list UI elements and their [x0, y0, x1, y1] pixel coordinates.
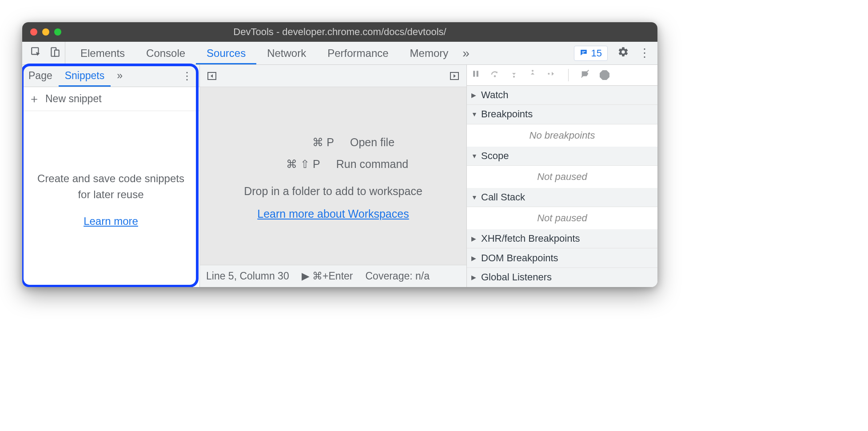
navigator-options-icon[interactable]: ⋮ [175, 70, 199, 82]
chat-icon [580, 48, 588, 59]
tab-console[interactable]: Console [135, 42, 196, 64]
breakpoints-body: No breakpoints [467, 124, 657, 147]
close-window-button[interactable] [30, 28, 37, 36]
issues-count: 15 [591, 48, 602, 59]
section-xhr-breakpoints[interactable]: ▶ XHR/fetch Breakpoints [467, 229, 657, 248]
svg-point-10 [513, 76, 515, 78]
window-controls [22, 28, 61, 36]
settings-icon[interactable] [617, 46, 629, 60]
editor-status-bar: Line 5, Column 30 ▶ ⌘+Enter Coverage: n/… [200, 265, 466, 287]
step-out-icon[interactable] [528, 69, 537, 81]
section-label: Global Listeners [481, 271, 552, 283]
issues-badge[interactable]: 15 [574, 46, 608, 61]
deactivate-breakpoints-icon[interactable] [580, 69, 590, 81]
zoom-window-button[interactable] [54, 28, 61, 36]
new-snippet-label: New snippet [45, 93, 102, 105]
svg-rect-2 [55, 50, 59, 56]
shortcut-action: Run command [336, 158, 409, 171]
svg-rect-4 [582, 52, 584, 53]
editor-empty-state: ⌘ P Open file ⌘ ⇧ P Run command Drop in … [200, 87, 466, 265]
step-icon[interactable] [547, 69, 557, 81]
debugger-pane: ▶ Watch ▼ Breakpoints No breakpoints ▼ S… [466, 65, 657, 287]
section-label: DOM Breakpoints [481, 252, 558, 264]
hide-navigator-icon[interactable] [206, 70, 218, 82]
navigator-tab-page[interactable]: Page [22, 65, 59, 87]
triangle-right-icon: ▶ [471, 274, 478, 281]
workspace-drop-hint: Drop in a folder to add to workspace [244, 185, 422, 198]
tab-sources[interactable]: Sources [196, 42, 256, 64]
workspaces-learn-more-link[interactable]: Learn more about Workspaces [257, 208, 409, 220]
debugger-toolbar [467, 65, 657, 86]
step-over-icon[interactable] [490, 69, 500, 81]
window-title: DevTools - developer.chrome.com/docs/dev… [22, 26, 657, 38]
devtools-window: DevTools - developer.chrome.com/docs/dev… [22, 22, 657, 287]
section-breakpoints[interactable]: ▼ Breakpoints [467, 105, 657, 124]
svg-rect-3 [582, 51, 585, 52]
section-call-stack[interactable]: ▼ Call Stack [467, 188, 657, 207]
triangle-right-icon: ▶ [471, 235, 478, 242]
step-into-icon[interactable] [510, 69, 518, 81]
more-tabs-button[interactable]: » [459, 46, 473, 60]
section-label: Scope [481, 150, 509, 162]
more-options-icon[interactable]: ⋮ [639, 46, 650, 60]
hide-debugger-icon[interactable] [449, 70, 460, 82]
section-scope[interactable]: ▼ Scope [467, 147, 657, 166]
section-label: Breakpoints [481, 108, 533, 120]
coverage-status: Coverage: n/a [365, 270, 429, 282]
navigator-tab-snippets[interactable]: Snippets [59, 65, 111, 87]
pause-on-exceptions-icon[interactable] [600, 70, 609, 80]
triangle-down-icon: ▼ [471, 152, 478, 160]
section-dom-breakpoints[interactable]: ▶ DOM Breakpoints [467, 248, 657, 267]
minimize-window-button[interactable] [42, 28, 49, 36]
callstack-body: Not paused [467, 207, 657, 229]
navigator-more-tabs[interactable]: » [111, 65, 129, 87]
plus-icon: ＋ [28, 91, 40, 107]
tab-network[interactable]: Network [256, 42, 317, 64]
shortcut-keys: ⌘ P [272, 136, 334, 149]
shortcut-keys: ⌘ ⇧ P [258, 158, 320, 171]
svg-rect-8 [477, 71, 478, 76]
run-hint: ▶ ⌘+Enter [302, 270, 353, 282]
svg-point-11 [532, 70, 534, 72]
svg-rect-7 [473, 71, 475, 76]
inspect-element-icon[interactable] [30, 46, 42, 60]
section-label: XHR/fetch Breakpoints [481, 233, 580, 244]
triangle-right-icon: ▶ [471, 255, 478, 262]
tab-elements[interactable]: Elements [70, 42, 135, 64]
snippets-empty-state: Create and save code snippets for later … [22, 111, 199, 287]
triangle-down-icon: ▼ [471, 111, 478, 118]
toolbar-divider [568, 69, 569, 81]
main-tabstrip: Elements Console Sources Network Perform… [22, 42, 657, 65]
device-toggle-icon[interactable] [49, 46, 60, 60]
shortcut-action: Open file [350, 136, 394, 149]
section-global-listeners[interactable]: ▶ Global Listeners [467, 268, 657, 287]
new-snippet-button[interactable]: ＋ New snippet [22, 87, 199, 111]
svg-point-12 [548, 73, 549, 75]
section-label: Watch [481, 89, 509, 101]
titlebar: DevTools - developer.chrome.com/docs/dev… [22, 22, 657, 42]
triangle-down-icon: ▼ [471, 194, 478, 201]
section-watch[interactable]: ▶ Watch [467, 86, 657, 105]
pause-icon[interactable] [471, 69, 480, 81]
scope-body: Not paused [467, 166, 657, 188]
snippets-learn-more-link[interactable]: Learn more [84, 215, 138, 227]
triangle-right-icon: ▶ [471, 92, 478, 99]
navigator-pane: Page Snippets » ⋮ ＋ New snippet Create a… [22, 65, 200, 287]
cursor-position: Line 5, Column 30 [206, 270, 289, 282]
empty-text: Create and save code snippets for later … [36, 171, 186, 203]
tab-performance[interactable]: Performance [317, 42, 399, 64]
svg-point-9 [494, 75, 496, 77]
section-label: Call Stack [481, 192, 525, 203]
tab-memory[interactable]: Memory [399, 42, 459, 64]
editor-pane: ⌘ P Open file ⌘ ⇧ P Run command Drop in … [200, 65, 466, 287]
